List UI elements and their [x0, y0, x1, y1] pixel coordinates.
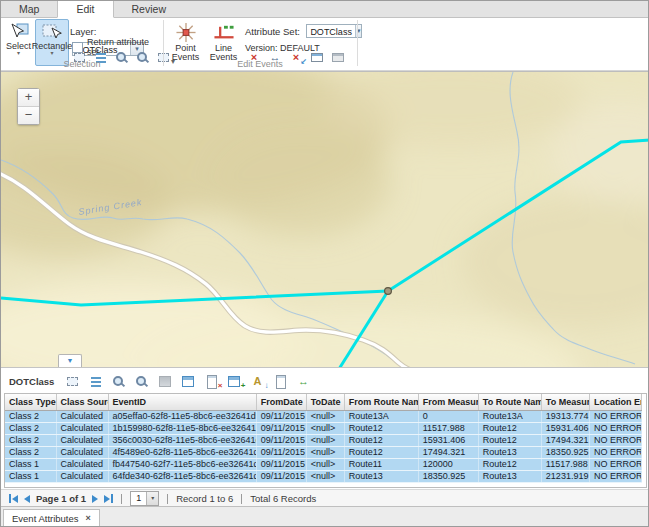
table-cell: Route12 [478, 459, 541, 471]
show-selected-records-icon[interactable] [89, 375, 103, 388]
table-cell: NO ERROR [589, 435, 641, 447]
event-attributes-panel: DOTClass Class TypeClass SourceEventIDFr… [1, 367, 649, 507]
table-cell: 17494.321 [418, 447, 478, 459]
table-cell: Class 1 [5, 459, 56, 471]
layer-label: Layer: [70, 26, 96, 37]
panel-collapse-button[interactable]: ▼ [58, 354, 82, 368]
close-icon[interactable]: × [86, 513, 91, 523]
delete-record-icon[interactable] [204, 375, 218, 388]
separator [121, 494, 122, 504]
sort-records-icon[interactable] [250, 375, 264, 388]
group-divider [357, 20, 358, 66]
table-cell: Calculated [56, 435, 108, 447]
table-cell: 4f5489e0-62f8-11e5-8bc6-ee32641d5ec9 [108, 447, 256, 459]
table-row[interactable]: Class 2Calculated4f5489e0-62f8-11e5-8bc6… [5, 447, 642, 459]
last-page-button[interactable] [104, 494, 113, 503]
panel-layer-title: DOTClass [9, 376, 54, 387]
edit-events-group-label: Edit Events [165, 59, 355, 69]
attribute-table: Class TypeClass SourceEventIDFromDateToD… [5, 394, 642, 483]
rectangle-tool-icon [41, 22, 63, 41]
first-page-button[interactable] [9, 494, 18, 503]
save-edits-icon[interactable] [158, 375, 172, 388]
table-cell: 18350.925 [541, 447, 589, 459]
table-cell: <null> [306, 471, 344, 483]
table-cell: 64fde340-62f8-11e5-8bc6-ee32641d5ec9 [108, 471, 256, 483]
table-row[interactable]: Class 2Calculated356c0030-62f8-11e5-8bc6… [5, 435, 642, 447]
column-header[interactable]: To Route Name [478, 394, 541, 411]
table-cell: 09/11/2015 [256, 423, 306, 435]
table-cell: Route12 [344, 435, 418, 447]
column-header[interactable]: From Measure [418, 394, 478, 411]
table-row[interactable]: Class 1Calculatedfb447540-62f7-11e5-8bc6… [5, 459, 642, 471]
table-row[interactable]: Class 2Calculated1b159980-62f8-11e5-8bc6… [5, 423, 642, 435]
table-cell: 0 [418, 411, 478, 423]
column-header[interactable]: FromDate [256, 394, 306, 411]
table-cell: Class 1 [5, 471, 56, 483]
tab-edit[interactable]: Edit [57, 0, 113, 18]
attribute-set-label: Attribute Set: [245, 26, 300, 37]
column-header[interactable]: EventID [108, 394, 256, 411]
previous-page-button[interactable] [24, 495, 30, 503]
pan-to-record-icon[interactable] [135, 375, 149, 388]
selection-group-label: Selection [1, 59, 163, 69]
attribute-set-dropdown-value: DOTClass [307, 25, 355, 37]
column-header[interactable]: Location Error [589, 394, 641, 411]
column-header[interactable]: To Measure [541, 394, 589, 411]
table-cell: 09/11/2015 [256, 435, 306, 447]
table-cell: <null> [306, 459, 344, 471]
table-cell: Route12 [344, 447, 418, 459]
column-header[interactable]: Class Type [5, 394, 56, 411]
panel-toolbar-icons [66, 375, 310, 388]
table-cell: <null> [306, 435, 344, 447]
table-cell: Route13A [344, 411, 418, 423]
point-events-icon [175, 22, 197, 43]
route-junction-marker [385, 288, 392, 295]
group-divider [163, 20, 164, 66]
zoom-in-button[interactable]: + [18, 89, 39, 106]
table-cell: Calculated [56, 411, 108, 423]
column-header[interactable]: From Route Name [344, 394, 418, 411]
page-number-value: 1 [131, 492, 146, 505]
chevron-down-icon[interactable]: ▾ [146, 492, 158, 505]
table-row[interactable]: Class 2Calculateda05effa0-62f8-11e5-8bc6… [5, 411, 642, 423]
tab-review[interactable]: Review [114, 1, 184, 17]
table-cell: 356c0030-62f8-11e5-8bc6-ee32641d5ec9 [108, 435, 256, 447]
table-cell: 18350.925 [418, 471, 478, 483]
table-cell: NO ERROR [589, 459, 641, 471]
chevron-down-icon[interactable]: ▾ [355, 25, 361, 37]
column-header[interactable]: ToDate [306, 394, 344, 411]
basemap: Spring Creek [1, 72, 649, 368]
next-page-button[interactable] [92, 495, 98, 503]
map-canvas[interactable]: Spring Creek + − ▼ [1, 71, 649, 368]
table-cell: NO ERROR [589, 411, 641, 423]
table-cell: 19313.774 [541, 411, 589, 423]
attribute-set-dropdown[interactable]: DOTClass ▾ [306, 24, 362, 38]
table-cell: Route13A [478, 411, 541, 423]
bottom-tab-bar: Event Attributes × [1, 506, 648, 527]
form-view-icon[interactable] [273, 375, 287, 388]
fit-columns-icon[interactable] [296, 375, 310, 388]
separator [241, 494, 242, 504]
zoom-out-button[interactable]: − [18, 106, 39, 124]
add-record-icon[interactable] [227, 375, 241, 388]
table-cell: NO ERROR [589, 471, 641, 483]
chevron-down-icon: ▾ [50, 51, 53, 56]
select-records-icon[interactable] [66, 375, 80, 388]
table-cell: Calculated [56, 471, 108, 483]
line-events-icon [213, 22, 235, 43]
table-header-row: Class TypeClass SourceEventIDFromDateToD… [5, 394, 642, 411]
page-number-select[interactable]: 1 ▾ [130, 491, 159, 506]
map-zoom-control: + − [17, 88, 40, 125]
table-cell: Class 2 [5, 435, 56, 447]
table-cell: Route12 [478, 423, 541, 435]
table-cell: 120000 [418, 459, 478, 471]
table-cell: 11517.988 [541, 459, 589, 471]
tab-event-attributes[interactable]: Event Attributes × [3, 509, 100, 527]
column-header[interactable]: Class Source [56, 394, 108, 411]
zoom-to-record-icon[interactable] [112, 375, 126, 388]
table-cell: Route13 [478, 447, 541, 459]
table-cell: Route11 [344, 459, 418, 471]
tab-map[interactable]: Map [1, 1, 57, 17]
table-row[interactable]: Class 1Calculated64fde340-62f8-11e5-8bc6… [5, 471, 642, 483]
switch-table-icon[interactable] [181, 375, 195, 388]
